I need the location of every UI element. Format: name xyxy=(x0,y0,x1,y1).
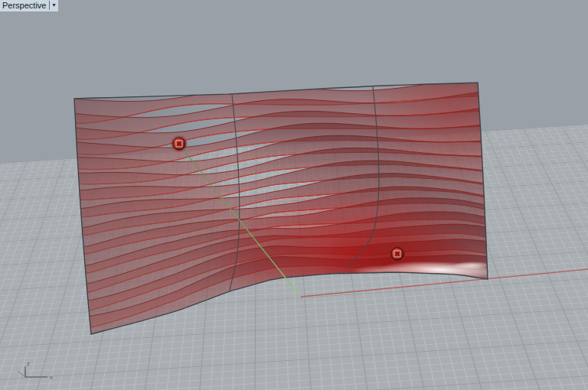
world-axes-icon: z x xyxy=(11,359,57,382)
axis-z-label: z xyxy=(27,360,30,367)
scene-layer xyxy=(0,0,588,390)
point-marker[interactable] xyxy=(172,136,186,151)
viewport-menu-arrow-icon[interactable]: ▾ xyxy=(49,1,55,10)
point-marker[interactable] xyxy=(390,246,404,261)
axis-x-label: x xyxy=(50,374,53,381)
viewport-3d[interactable]: Perspective ▾ z x xyxy=(0,0,588,390)
viewport-title[interactable]: Perspective ▾ xyxy=(0,0,58,11)
viewport-title-text[interactable]: Perspective xyxy=(2,0,46,11)
